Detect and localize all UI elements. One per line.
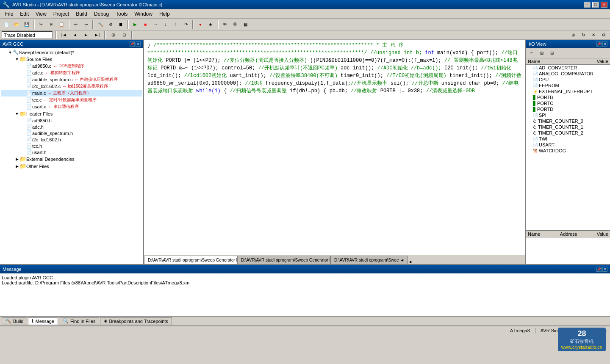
start-debug-btn[interactable]: ▶ [130, 20, 140, 29]
paste-btn[interactable]: 📋 [57, 20, 66, 29]
breakpoint-btn[interactable]: ● [196, 20, 205, 29]
extra-btn1[interactable]: ⊕ [568, 31, 578, 39]
ext-expander[interactable]: ▶ [14, 157, 19, 162]
rebuild-btn[interactable]: ⚙ [106, 20, 115, 29]
io-tree[interactable]: 📄 AD_CONVERTER 📄 ANALOG_COMPARATOR 📄 CPU… [526, 65, 610, 230]
watch-btn[interactable]: 👁 [220, 20, 230, 29]
io-portb[interactable]: ▊ PORTB [526, 94, 610, 100]
io-close-btn[interactable]: ✕ [602, 41, 607, 47]
extra-close[interactable]: ✕ [589, 31, 598, 39]
io-timer0[interactable]: ⏱ TIMER_COUNTER_0 [526, 118, 610, 124]
file-i2ch[interactable]: 📄 i2c_lcd1602.h [1, 136, 142, 143]
app-maximize-button[interactable]: □ [592, 2, 599, 8]
trace-dropdown[interactable]: Trace Disabled [2, 31, 53, 39]
menu-tools[interactable]: Tools [112, 10, 131, 18]
build-btn[interactable]: 🔨 [96, 20, 105, 29]
io-spi[interactable]: 📄 SPI [526, 112, 610, 118]
io-timer2[interactable]: ⏱ TIMER_COUNTER_2 [526, 130, 610, 136]
menu-help[interactable]: Help [156, 10, 173, 18]
menu-project[interactable]: Project [50, 10, 72, 18]
trace-btn5[interactable]: ⊞ [108, 31, 118, 39]
io-list-btn[interactable]: ≡ [527, 49, 536, 58]
copy-btn[interactable]: ⎘ [47, 20, 56, 29]
file-tcch[interactable]: 📄 tcc.h [1, 143, 142, 149]
menu-window[interactable]: Window [131, 10, 156, 18]
trace-btn6[interactable]: ⊟ [119, 31, 129, 39]
trace-btn2[interactable]: ◄ [70, 31, 80, 39]
source-expander[interactable]: ▼ [14, 57, 19, 62]
file-usartc[interactable]: 📄 usart.c ← 串口通信程序 [1, 103, 142, 110]
run-to-cursor-btn[interactable]: ↷ [181, 20, 191, 29]
io-usart[interactable]: 📄 USART [526, 142, 610, 148]
other-files-group[interactable]: ▶ 📁 Other Files [1, 163, 142, 170]
other-expander[interactable]: ▶ [14, 164, 19, 169]
extra-btn2[interactable]: ↻ [579, 31, 588, 39]
app-minimize-button[interactable]: ─ [584, 2, 591, 8]
io-ad-converter[interactable]: 📄 AD_CONVERTER [526, 65, 610, 71]
menu-file[interactable]: File [2, 10, 17, 18]
stop-build-btn[interactable]: ⏹ [116, 20, 125, 29]
tab-mainc[interactable]: D:\AVR\AVR studi oprogram\Sweep Generato… [144, 256, 237, 264]
menu-debug[interactable]: Debug [91, 10, 112, 18]
menu-view[interactable]: View [32, 10, 50, 18]
file-audibleh[interactable]: 📄 audible_spectrum.h [1, 130, 142, 136]
new-btn[interactable]: 📄 [2, 20, 11, 29]
tab-arrow-right[interactable]: ► [408, 259, 414, 264]
trace-btn1[interactable]: |◄ [59, 31, 69, 39]
menu-build[interactable]: Build [72, 10, 91, 18]
project-root[interactable]: ▼ 🔧 SweepGenerator (default)* [1, 49, 142, 55]
panel-close-btn[interactable]: ✕ [136, 41, 141, 47]
message-close-btn[interactable]: ✕ [602, 267, 607, 272]
step-out-btn[interactable]: ↑ [171, 20, 180, 29]
io-cpu[interactable]: 📄 CPU [526, 77, 610, 83]
file-adch[interactable]: 📄 adc.h [1, 124, 142, 130]
io-watchdog[interactable]: 🐕 WATCHDOG [526, 148, 610, 154]
file-tccc[interactable]: 📄 tcc.c ← 定时/计数器频率测量程序 [1, 97, 142, 103]
io-analog-comp[interactable]: 📄 ANALOG_COMPARATOR [526, 71, 610, 77]
file-ad9850c[interactable]: 📄 ad9850.c ← DDS控制程序 [1, 63, 142, 69]
step-into-btn[interactable]: ↓ [161, 20, 170, 29]
header-expander[interactable]: ▼ [14, 111, 19, 116]
file-ad9850h[interactable]: 📄 ad9850.h [1, 117, 142, 124]
menu-edit[interactable]: Edit [17, 10, 32, 18]
io-portc[interactable]: ▊ PORTC [526, 100, 610, 106]
tab-build[interactable]: 🔨 Build [2, 317, 27, 325]
file-audible[interactable]: 📄 audible_spectrum.c ← 声谱仪电压采样程序 [1, 76, 142, 83]
code-editor[interactable]: } /*************************************… [144, 40, 525, 255]
trace-btn4[interactable]: ►| [92, 31, 102, 39]
save-btn[interactable]: 💾 [22, 20, 31, 29]
step-over-btn[interactable]: → [151, 20, 160, 29]
tab-message[interactable]: ℹ Message [28, 317, 58, 325]
io-eeprom[interactable]: 📄 EEPROM [526, 83, 610, 88]
panel-pin-btn[interactable]: 📌 [130, 41, 135, 47]
register-btn[interactable]: ® [230, 20, 240, 29]
io-ext-int[interactable]: ⚡ EXTERNAL_INTERRUPT [526, 88, 610, 94]
header-files-group[interactable]: ▼ 📁 Header Files [1, 110, 142, 117]
tab-find-files[interactable]: 🔍 Find in Files [59, 317, 99, 325]
file-i2c[interactable]: 📄 i2c_lcd1602.c ← lcd1602液晶显示程序 [1, 83, 142, 90]
tab-breakpoints[interactable]: ◈ Breakpoints and Tracepoints [100, 317, 172, 325]
file-mainc[interactable]: 📄 main.c ← 主程序（入口程序） [1, 90, 142, 97]
io-portd[interactable]: ▊ PORTD [526, 106, 610, 112]
io-expand-btn[interactable]: ⊞ [537, 49, 546, 58]
app-close-button[interactable]: ✕ [601, 2, 607, 8]
trace-btn3[interactable]: ► [81, 31, 91, 39]
file-adcc[interactable]: 📄 adc.c ← 模拟转数字程序 [1, 69, 142, 76]
io-timer1[interactable]: ⏱ TIMER_COUNTER_1 [526, 124, 610, 130]
project-tree[interactable]: ▼ 🔧 SweepGenerator (default)* ▼ 📁 Source… [0, 48, 143, 264]
undo-btn[interactable]: ↩ [71, 20, 80, 29]
breakpoint2-btn[interactable]: ◈ [206, 20, 215, 29]
io-pin-btn[interactable]: 📌 [596, 41, 602, 47]
redo-btn[interactable]: ↪ [81, 20, 91, 29]
tab-swee[interactable]: D:\AVR\AVR studi oprogram\Swee ◄ [330, 256, 408, 264]
root-expander[interactable]: ▼ [8, 50, 13, 55]
source-files-group[interactable]: ▼ 📁 Source Files [1, 55, 142, 63]
code-content[interactable]: } /*************************************… [144, 40, 525, 255]
cut-btn[interactable]: ✂ [36, 20, 46, 29]
stop-debug-btn[interactable]: ■ [141, 20, 150, 29]
open-btn[interactable]: 📂 [12, 20, 21, 29]
ext-deps-group[interactable]: ▶ 📁 External Dependencies [1, 155, 142, 163]
extra-settings[interactable]: ⚙ [599, 31, 608, 39]
io-collapse-btn[interactable]: ⊟ [547, 49, 557, 58]
memory-btn[interactable]: ▦ [241, 20, 250, 29]
